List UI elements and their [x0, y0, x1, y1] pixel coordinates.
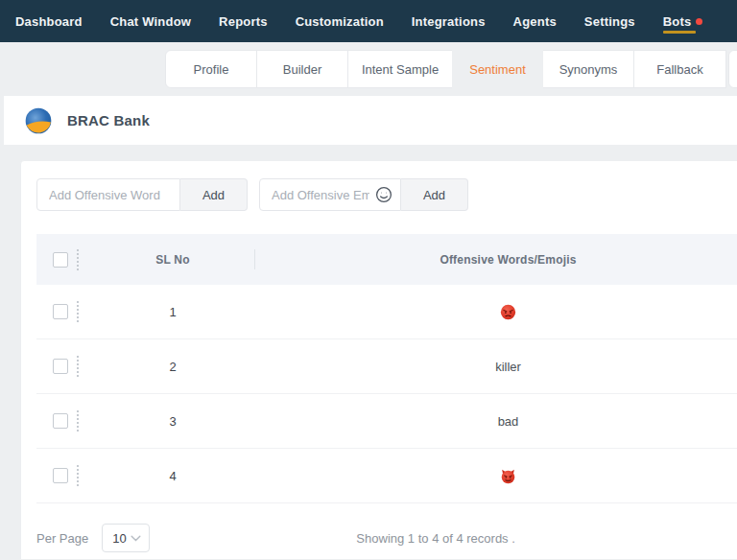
per-page-value: 10	[112, 531, 126, 546]
drag-handle-icon[interactable]	[77, 301, 79, 322]
table-header-row: SL No Offensive Words/Emojis	[36, 234, 737, 285]
row-checkbox[interactable]	[53, 359, 68, 374]
nav-item-label: Customization	[296, 14, 384, 29]
offensive-words-table: SL No Offensive Words/Emojis 1	[36, 234, 737, 503]
nav-item-label: Reports	[219, 14, 268, 29]
drag-handle-icon[interactable]	[77, 410, 79, 432]
tab-label: Fallback	[656, 62, 702, 77]
offensive-value-cell: killer	[254, 360, 737, 374]
nav-item-settings[interactable]: Settings	[584, 0, 635, 42]
offensive-value-cell: bad	[254, 414, 737, 429]
tab-synonyms[interactable]: Synonyms	[542, 50, 634, 88]
smiley-emoji-picker-icon[interactable]	[375, 186, 392, 203]
tab-partial-clipped[interactable]	[728, 50, 737, 88]
table-row: 2 killer	[36, 339, 737, 394]
add-emoji-button[interactable]: Add	[401, 178, 468, 211]
chevron-down-icon	[131, 535, 141, 542]
row-checkbox[interactable]	[53, 304, 68, 319]
table-row: 4	[36, 449, 737, 503]
select-all-checkbox[interactable]	[53, 252, 68, 268]
nav-item-label: Agents	[513, 14, 557, 29]
tab-label: Builder	[283, 62, 321, 77]
tab-label: Intent Sample	[362, 62, 439, 77]
tab-fallback[interactable]: Fallback	[633, 50, 726, 88]
add-offensive-forms: Add Add	[36, 178, 468, 211]
tab-intent-sample[interactable]: Intent Sample	[347, 50, 453, 88]
tab-label: Profile	[194, 62, 229, 77]
drag-handle-icon[interactable]	[77, 465, 79, 486]
bot-name: BRAC Bank	[67, 112, 150, 128]
sentiment-panel: Add Add SL No Offensive Words/Emoji	[20, 160, 737, 560]
sl-no-cell: 3	[91, 414, 254, 429]
nav-item-reports[interactable]: Reports	[219, 0, 268, 42]
nav-item-agents[interactable]: Agents	[513, 0, 557, 42]
tab-sentiment[interactable]: Sentiment	[452, 50, 543, 88]
per-page-select[interactable]: 10	[102, 524, 150, 552]
brand-band: BRAC Bank	[4, 96, 737, 145]
top-navbar: Dashboard Chat Window Reports Customizat…	[0, 0, 737, 42]
row-checkbox[interactable]	[53, 413, 68, 429]
nav-item-label: Chat Window	[110, 14, 191, 29]
pagination-footer: Per Page 10 Showing 1 to 4 of 4 records …	[36, 524, 737, 552]
nav-item-label: Settings	[584, 14, 635, 29]
nav-item-integrations[interactable]: Integrations	[412, 0, 486, 42]
tab-builder[interactable]: Builder	[256, 50, 348, 88]
bot-tabs: Profile Builder Intent Sample Sentiment …	[165, 50, 737, 88]
nav-item-label: Integrations	[412, 14, 486, 29]
angry-face-with-horns-emoji	[500, 468, 516, 484]
column-divider	[254, 249, 255, 269]
nav-item-chat-window[interactable]: Chat Window	[110, 0, 191, 42]
offensive-value-cell	[254, 303, 737, 319]
offensive-word-input[interactable]	[36, 178, 180, 211]
add-word-button[interactable]: Add	[180, 178, 248, 211]
sl-no-cell: 1	[91, 305, 254, 319]
column-header-sl-no: SL No	[91, 253, 254, 267]
nav-item-customization[interactable]: Customization	[296, 0, 384, 42]
row-checkbox[interactable]	[53, 468, 68, 483]
nav-item-bots[interactable]: Bots	[663, 0, 703, 42]
notification-dot-icon	[696, 18, 702, 25]
offensive-value-cell	[254, 467, 737, 483]
column-header-offensive: Offensive Words/Emojis	[254, 253, 737, 267]
pouting-face-emoji	[500, 304, 516, 320]
tab-label: Synonyms	[559, 62, 618, 77]
nav-item-label: Bots	[663, 14, 692, 29]
nav-item-label: Dashboard	[15, 14, 83, 29]
tab-profile[interactable]: Profile	[165, 50, 257, 88]
table-row: 1	[36, 285, 737, 339]
brac-bank-logo-icon	[24, 106, 53, 135]
offensive-emoji-field	[259, 178, 401, 211]
sl-no-cell: 4	[91, 469, 254, 483]
sl-no-cell: 2	[91, 360, 254, 374]
drag-handle-icon[interactable]	[77, 249, 79, 270]
records-summary: Showing 1 to 4 of 4 records .	[150, 531, 737, 546]
table-row: 3 bad	[36, 394, 737, 449]
per-page-label: Per Page	[36, 531, 88, 546]
nav-item-dashboard[interactable]: Dashboard	[15, 0, 83, 42]
drag-handle-icon[interactable]	[77, 356, 79, 377]
tab-label: Sentiment	[469, 62, 526, 77]
